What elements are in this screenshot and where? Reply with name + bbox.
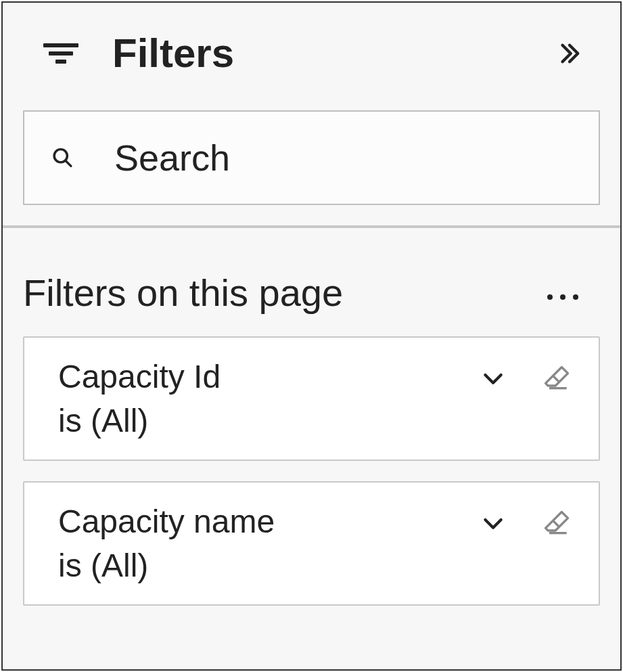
svg-line-5	[553, 376, 559, 382]
eraser-icon	[542, 508, 572, 539]
filter-card[interactable]: Capacity Id is (All)	[23, 336, 600, 461]
search-icon	[51, 141, 74, 175]
filter-text: Capacity Id is (All)	[58, 358, 465, 439]
expand-filter-button[interactable]	[478, 363, 508, 393]
panel-title: Filters	[112, 30, 519, 76]
svg-line-7	[553, 520, 559, 527]
filter-field-value: is (All)	[58, 547, 465, 584]
filter-field-value: is (All)	[58, 402, 465, 439]
filter-field-name: Capacity Id	[58, 358, 465, 395]
chevron-double-right-icon	[555, 39, 584, 68]
eraser-icon	[542, 363, 572, 394]
clear-filter-button[interactable]	[542, 363, 572, 393]
svg-line-1	[66, 160, 71, 166]
filter-text: Capacity name is (All)	[58, 503, 465, 584]
search-box[interactable]	[23, 110, 600, 205]
section-title: Filters on this page	[23, 271, 343, 315]
filter-controls	[478, 503, 572, 538]
section-header: Filters on this page	[23, 269, 600, 336]
more-icon	[546, 292, 580, 303]
svg-point-3	[560, 294, 566, 300]
filter-controls	[478, 358, 572, 393]
clear-filter-button[interactable]	[542, 508, 572, 538]
panel-header: Filters	[3, 3, 620, 90]
filter-icon	[43, 40, 78, 67]
filter-field-name: Capacity name	[58, 503, 465, 540]
expand-filter-button[interactable]	[478, 508, 508, 538]
chevron-down-icon	[480, 510, 507, 537]
collapse-panel-button[interactable]	[553, 37, 586, 70]
chevron-down-icon	[480, 365, 507, 392]
search-container	[3, 90, 620, 225]
filters-section: Filters on this page Capacity Id is (All…	[3, 228, 620, 646]
filters-panel: Filters Filters on this page	[1, 1, 622, 671]
section-more-button[interactable]	[532, 269, 593, 316]
search-input[interactable]	[114, 137, 572, 179]
svg-point-4	[573, 294, 578, 300]
svg-point-2	[547, 294, 553, 300]
filter-card[interactable]: Capacity name is (All)	[23, 481, 600, 606]
